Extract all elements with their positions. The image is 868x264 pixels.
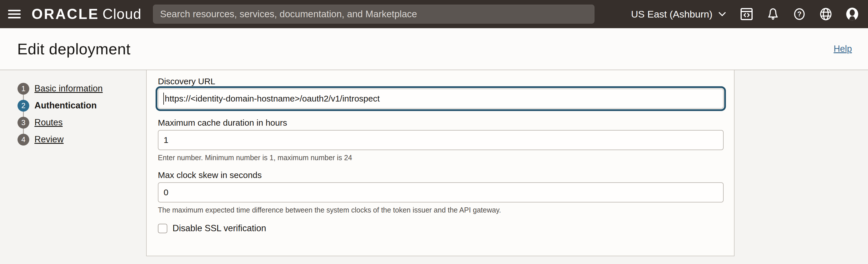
help-question-icon[interactable]: ? [792,7,807,21]
max-clock-skew-input[interactable] [158,182,724,203]
disable-ssl-label[interactable]: Disable SSL verification [173,223,266,234]
page-header: Edit deployment Help [0,28,868,70]
wizard-connector-line [23,88,24,139]
max-clock-skew-label: Max clock skew in seconds [158,170,734,180]
field-max-cache-duration: Maximum cache duration in hours Enter nu… [158,118,734,162]
brand-oracle: ORACLE [32,6,99,22]
chevron-down-icon [717,9,727,19]
text-caret [163,93,164,105]
wizard-steps: 1 Basic information 2 Authentication 3 R… [0,70,146,263]
field-discovery-url: Discovery URL [158,77,734,109]
wizard-step-routes: 3 Routes [0,117,146,128]
max-cache-duration-label: Maximum cache duration in hours [158,118,734,128]
help-link[interactable]: Help [834,44,852,54]
content: 1 Basic information 2 Authentication 3 R… [0,70,868,263]
oracle-cloud-logo: ORACLE Cloud [32,6,142,22]
max-cache-duration-helper: Enter number. Minimum number is 1, maxim… [158,154,734,162]
discovery-url-label: Discovery URL [158,77,734,86]
notifications-bell-icon[interactable] [766,7,780,21]
user-avatar-icon[interactable] [845,7,859,21]
field-max-clock-skew: Max clock skew in seconds The maximum ex… [158,170,734,214]
step-number-badge: 1 [18,83,29,95]
disable-ssl-checkbox[interactable] [158,224,167,233]
step-number-badge: 4 [18,134,29,146]
wizard-step-authentication: 2 Authentication [0,100,146,111]
topbar: ORACLE Cloud US East (Ashburn) [0,0,868,28]
menu-icon[interactable] [5,5,24,23]
svg-text:?: ? [797,10,802,18]
wizard-link-routes[interactable]: Routes [34,117,63,128]
cloud-shell-icon[interactable] [739,7,754,21]
disable-ssl-row: Disable SSL verification [158,223,734,234]
wizard-step-basic-information: 1 Basic information [0,83,146,94]
page-title: Edit deployment [17,40,131,58]
wizard-link-review[interactable]: Review [34,134,64,144]
step-number-badge: 3 [18,117,29,129]
wizard-step-review: 4 Review [0,134,146,145]
max-cache-duration-input[interactable] [158,130,724,150]
globe-language-icon[interactable] [818,7,833,21]
wizard-current-authentication: Authentication [34,100,97,111]
topbar-right: US East (Ashburn) [631,7,859,21]
brand-cloud: Cloud [102,6,142,22]
max-clock-skew-helper: The maximum expected time difference bet… [158,206,734,214]
region-label: US East (Ashburn) [631,9,712,20]
authentication-form-panel: Discovery URL Maximum cache duration in … [146,70,735,256]
step-number-badge-current: 2 [18,100,29,112]
search-input[interactable] [153,5,594,24]
wizard-link-basic-information[interactable]: Basic information [34,83,103,94]
discovery-url-input[interactable] [158,88,724,109]
global-search [153,5,594,24]
region-selector[interactable]: US East (Ashburn) [631,9,727,20]
